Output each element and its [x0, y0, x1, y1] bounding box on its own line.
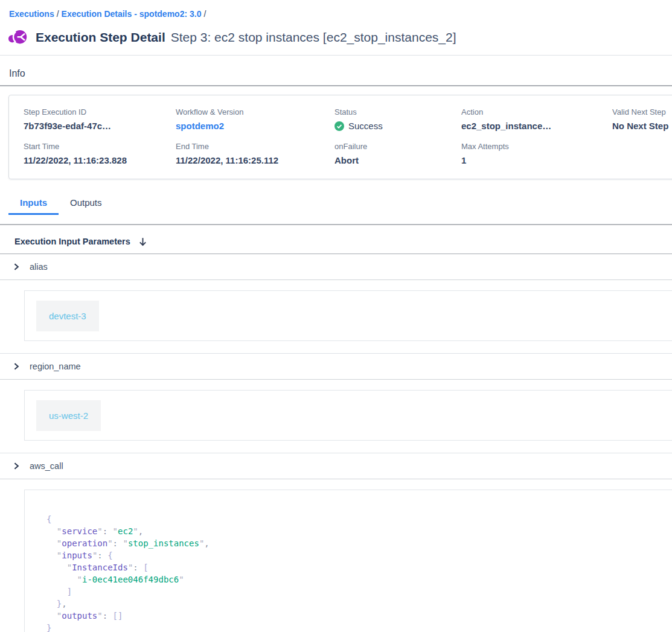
breadcrumb: Executions/Execution Details - spotdemo2…	[9, 9, 672, 19]
success-check-icon	[334, 121, 344, 131]
field-value: 11/22/2022, 11:16:23.828	[24, 155, 176, 165]
page-title-row: Execution Step DetailStep 3: ec2 stop in…	[8, 29, 672, 46]
info-field-end-time: End Time 11/22/2022, 11:16:25.112	[176, 142, 334, 165]
json-code-block: { "service": "ec2", "operation": "stop_i…	[46, 513, 672, 632]
field-value: Abort	[334, 155, 461, 165]
tab-outputs[interactable]: Outputs	[59, 193, 114, 215]
field-value: No Next Step	[612, 121, 672, 131]
info-field-onfailure: onFailure Abort	[334, 142, 461, 165]
info-field-action: Action ec2_stop_instance…	[461, 107, 612, 131]
param-section-alias[interactable]: alias	[0, 254, 672, 279]
workflow-logo-icon	[8, 29, 27, 46]
page-title: Execution Step DetailStep 3: ec2 stop in…	[36, 30, 456, 45]
info-field-status: Status Success	[334, 107, 461, 131]
field-label: Action	[461, 107, 612, 117]
value-box: devtest-3	[24, 290, 672, 341]
info-field-start-time: Start Time 11/22/2022, 11:16:23.828	[24, 142, 176, 165]
info-field-workflow-version: Workflow & Version spotdemo2	[176, 107, 334, 131]
field-label: Step Execution ID	[24, 107, 176, 117]
info-section-heading: Info	[9, 68, 672, 79]
chevron-right-icon[interactable]	[13, 363, 20, 370]
field-value: 7b73f93e-edaf-47c…	[24, 121, 176, 131]
arrow-down-icon[interactable]	[138, 237, 147, 246]
field-value: ec2_stop_instance…	[461, 121, 612, 131]
breadcrumb-separator: /	[201, 9, 208, 19]
divider	[0, 85, 672, 86]
param-value-alias: devtest-3	[0, 280, 672, 353]
divider	[0, 224, 672, 225]
field-label: Workflow & Version	[176, 107, 334, 117]
execution-input-parameters-label: Execution Input Parameters	[14, 237, 130, 246]
value-chip: devtest-3	[36, 301, 99, 331]
tab-bar: Inputs Outputs	[8, 193, 672, 215]
execution-input-parameters-header: Execution Input Parameters	[14, 237, 672, 246]
field-label: Status	[334, 107, 461, 117]
param-value-aws-call: { "service": "ec2", "operation": "stop_i…	[0, 479, 672, 632]
field-label: Start Time	[24, 142, 176, 151]
param-name: region_name	[30, 362, 81, 371]
page-title-subtitle: Step 3: ec2 stop instances [ec2_stop_ins…	[171, 30, 456, 44]
page-title-main: Execution Step Detail	[36, 30, 165, 44]
info-field-step-execution-id: Step Execution ID 7b73f93e-edaf-47c…	[24, 107, 176, 131]
breadcrumb-separator: /	[54, 9, 62, 19]
field-label: onFailure	[334, 142, 461, 151]
chevron-right-icon[interactable]	[13, 462, 20, 470]
value-box: us-west-2	[24, 390, 672, 441]
status-badge: Success	[348, 121, 383, 131]
code-box: { "service": "ec2", "operation": "stop_i…	[24, 490, 672, 632]
value-chip: us-west-2	[36, 400, 101, 431]
tab-inputs[interactable]: Inputs	[8, 193, 59, 215]
info-field-max-attempts: Max Attempts 1	[461, 142, 612, 165]
field-label: End Time	[176, 142, 334, 151]
chevron-right-icon[interactable]	[13, 263, 20, 270]
param-value-region-name: us-west-2	[0, 380, 672, 453]
param-name: aws_call	[30, 461, 63, 471]
breadcrumb-link-executions[interactable]: Executions	[9, 9, 54, 19]
field-value: 11/22/2022, 11:16:25.112	[176, 155, 334, 165]
field-label: Valid Next Step	[612, 107, 672, 117]
field-value: 1	[461, 155, 612, 165]
info-field-valid-next-step: Valid Next Step No Next Step	[612, 107, 672, 131]
breadcrumb-link-execution-details[interactable]: Execution Details - spotdemo2: 3.0	[62, 9, 202, 19]
param-section-region-name[interactable]: region_name	[0, 354, 672, 379]
divider	[0, 55, 672, 56]
param-section-aws-call[interactable]: aws_call	[0, 453, 672, 479]
workflow-link[interactable]: spotdemo2	[176, 121, 224, 131]
param-name: alias	[30, 262, 48, 272]
info-card: Step Execution ID 7b73f93e-edaf-47c… Wor…	[8, 95, 672, 179]
field-label: Max Attempts	[461, 142, 612, 151]
